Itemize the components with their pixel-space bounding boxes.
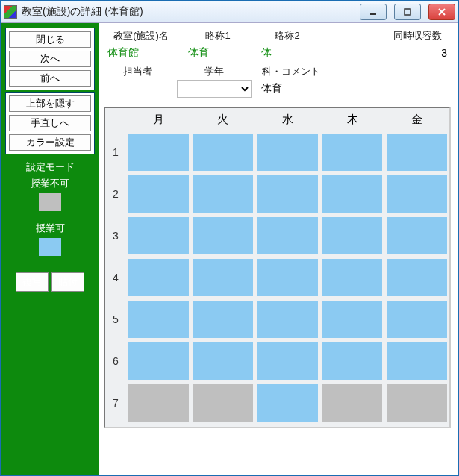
schedule-cell[interactable] [387, 259, 447, 296]
comment-input[interactable] [257, 80, 325, 98]
period-label: 7 [105, 382, 126, 424]
schedule-cell[interactable] [322, 301, 383, 338]
capacity-input[interactable] [384, 44, 451, 62]
period-label: 5 [105, 298, 126, 340]
grid-header-row: 月 火 水 木 金 [105, 108, 449, 131]
period-label: 4 [105, 257, 126, 298]
schedule-cell[interactable] [193, 259, 254, 296]
close-button[interactable] [428, 4, 455, 20]
legend-ok-label: 授業可 [36, 222, 65, 235]
minimize-button[interactable] [360, 4, 387, 20]
schedule-cell[interactable] [128, 342, 189, 380]
day-header: 木 [320, 110, 385, 130]
grid-row: 3 [105, 215, 449, 257]
schedule-cell[interactable] [257, 175, 318, 213]
schedule-cell[interactable] [322, 175, 383, 213]
sidebar-panel-tools: 上部を隠す 手直しへ カラー設定 [5, 92, 95, 154]
sidebar-panel-nav: 閉じる 次へ 前へ [5, 28, 95, 90]
minimize-icon [368, 7, 378, 17]
schedule-cell[interactable] [257, 301, 318, 338]
schedule-cell[interactable] [257, 217, 318, 254]
color-settings-button[interactable]: カラー設定 [9, 134, 91, 151]
schedule-cell[interactable] [193, 134, 254, 171]
schedule-cell[interactable] [322, 134, 383, 171]
legend-na-swatch [39, 193, 61, 211]
day-header: 火 [191, 110, 256, 130]
schedule-cell[interactable] [128, 217, 189, 254]
teacher-label: 担当者 [104, 65, 171, 78]
schedule-cell[interactable] [193, 175, 254, 213]
schedule-cell[interactable] [257, 134, 318, 171]
grade-select[interactable] [177, 80, 252, 98]
period-label: 3 [105, 215, 126, 257]
period-label: 1 [105, 131, 126, 173]
comment-label: 科・コメント [257, 65, 325, 78]
schedule-cell[interactable] [322, 384, 383, 422]
schedule-cell[interactable] [387, 175, 447, 213]
copy-button[interactable]: 複写 [16, 272, 49, 292]
teacher-input[interactable] [104, 80, 171, 98]
maximize-icon [402, 7, 413, 17]
schedule-cell[interactable] [128, 134, 189, 171]
schedule-cell[interactable] [193, 217, 254, 254]
close-dialog-button[interactable]: 閉じる [9, 31, 91, 48]
maximize-button[interactable] [394, 4, 421, 20]
capacity-label: 同時収容数 [384, 29, 451, 43]
manual-edit-button[interactable]: 手直しへ [9, 115, 91, 131]
schedule-cell[interactable] [193, 301, 254, 338]
schedule-cell[interactable] [387, 301, 447, 338]
schedule-cell[interactable] [128, 301, 189, 338]
window-title: 教室(施設)の詳細 (体育館) [22, 5, 352, 19]
schedule-cell[interactable] [128, 259, 189, 296]
legend-na-label: 授業不可 [31, 177, 69, 190]
period-label: 6 [105, 340, 126, 382]
prev-button[interactable]: 前へ [9, 70, 91, 87]
mode-label: 設定モード [26, 160, 75, 174]
schedule-cell[interactable] [193, 342, 254, 380]
grid-row: 5 [105, 298, 449, 340]
schedule-cell[interactable] [387, 134, 447, 171]
day-header: 月 [126, 110, 191, 130]
titlebar: 教室(施設)の詳細 (体育館) [1, 1, 458, 23]
grid-row: 7 [105, 382, 449, 424]
app-icon [4, 5, 17, 19]
main-panel: 教室(施設)名 略称1 略称2 同時収容数 担当者 学年 [99, 23, 458, 475]
next-button[interactable]: 次へ [9, 51, 91, 67]
abbr1-label: 略称1 [184, 29, 252, 43]
close-icon [437, 7, 447, 17]
hide-top-button[interactable]: 上部を隠す [9, 95, 91, 112]
schedule-cell[interactable] [257, 259, 318, 296]
grid-row: 4 [105, 257, 449, 298]
schedule-cell[interactable] [322, 217, 383, 254]
schedule-cell[interactable] [387, 342, 447, 380]
svg-rect-1 [405, 9, 410, 15]
schedule-grid: 月 火 水 木 金 1234567 [104, 107, 451, 428]
legend-ok-swatch [39, 238, 61, 256]
grid-row: 1 [105, 131, 449, 173]
day-header: 水 [255, 110, 320, 130]
paste-button[interactable]: 貼付 [51, 272, 84, 292]
abbr2-input[interactable] [257, 44, 317, 62]
period-label: 2 [105, 173, 126, 215]
schedule-cell[interactable] [128, 175, 189, 213]
grid-row: 6 [105, 340, 449, 382]
schedule-cell[interactable] [193, 384, 254, 422]
name-label: 教室(施設)名 [104, 29, 178, 43]
name-input[interactable] [104, 44, 178, 62]
day-header: 金 [384, 110, 449, 130]
schedule-cell[interactable] [387, 217, 447, 254]
sidebar: 閉じる 次へ 前へ 上部を隠す 手直しへ カラー設定 設定モード 授業不可 授業… [1, 23, 99, 475]
schedule-cell[interactable] [322, 259, 383, 296]
schedule-cell[interactable] [257, 342, 318, 380]
mode-section: 設定モード 授業不可 授業可 複写 貼付 [5, 156, 95, 298]
grid-row: 2 [105, 173, 449, 215]
schedule-cell[interactable] [128, 384, 189, 422]
schedule-cell[interactable] [387, 384, 447, 422]
abbr1-input[interactable] [184, 44, 252, 62]
schedule-cell[interactable] [257, 384, 318, 422]
schedule-cell[interactable] [322, 342, 383, 380]
grade-label: 学年 [177, 65, 252, 78]
abbr2-label: 略称2 [257, 29, 317, 43]
